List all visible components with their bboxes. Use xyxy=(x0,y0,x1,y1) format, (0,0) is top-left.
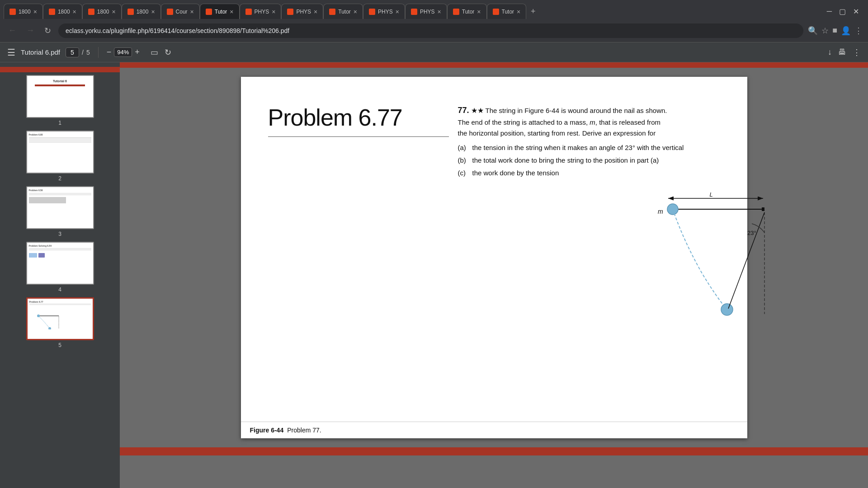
part-c-label: (c) xyxy=(458,168,469,178)
thumbnail-3[interactable]: Problem 6.56 3 xyxy=(0,183,120,239)
nail xyxy=(762,207,764,211)
part-a-label: (a) xyxy=(458,142,469,153)
pdf-content-wrapper: Problem 6.77 77. ★★ The string in Figure… xyxy=(120,62,868,488)
fit-page-button[interactable]: ▭ xyxy=(151,47,158,57)
tab-11[interactable]: PHYS × xyxy=(405,4,447,19)
tab-favicon-1 xyxy=(9,9,16,15)
tab-close-3[interactable]: × xyxy=(112,8,115,15)
tab-label-6: Tutor xyxy=(215,9,227,15)
tab-label-11: PHYS xyxy=(420,9,435,15)
tab-label-4: 1800 xyxy=(137,9,149,15)
tab-close-12[interactable]: × xyxy=(477,8,481,15)
tab-12[interactable]: Tutor × xyxy=(447,4,487,19)
thumb-label-3: 3 xyxy=(58,231,61,237)
back-button[interactable]: ← xyxy=(5,24,19,37)
angle-label: 23° xyxy=(747,230,756,236)
close-button[interactable]: ✕ xyxy=(853,7,859,16)
problem-part-c: (c) the work done by the tension xyxy=(458,168,720,178)
tab-label-7: PHYS xyxy=(255,9,269,15)
part-a-text: the tension in the string when it makes … xyxy=(472,142,720,153)
tab-close-1[interactable]: × xyxy=(33,8,37,15)
toolbar-right-icons: ▭ ↻ xyxy=(151,47,171,57)
bottom-red-bar xyxy=(120,447,868,455)
tab-2[interactable]: 1800 × xyxy=(43,4,82,19)
thumb-label-4: 4 xyxy=(58,286,61,293)
menu-icon[interactable]: ⋮ xyxy=(854,26,863,36)
page-separator: / xyxy=(82,49,84,56)
main-area: Tutorial 6 1 Problem 6.80 xyxy=(0,62,868,488)
forward-button[interactable]: → xyxy=(24,24,37,37)
hamburger-menu[interactable]: ☰ xyxy=(7,47,15,58)
problem-left-section: Problem 6.77 xyxy=(268,104,426,137)
tab-3[interactable]: 1800 × xyxy=(82,4,122,19)
tab-favicon-2 xyxy=(49,9,55,15)
tab-label-10: PHYS xyxy=(378,9,393,15)
figure-caption-text: Problem 77. xyxy=(287,427,321,434)
figure-label: Figure 6-44 xyxy=(250,427,284,434)
current-page-input[interactable] xyxy=(66,47,79,57)
thumbnail-1[interactable]: Tutorial 6 1 xyxy=(0,72,120,128)
tab-4[interactable]: 1800 × xyxy=(122,4,161,19)
tab-favicon-13 xyxy=(493,9,499,15)
tab-favicon-11 xyxy=(411,9,417,15)
more-options-button[interactable]: ⋮ xyxy=(853,47,861,57)
tab-close-10[interactable]: × xyxy=(396,8,399,15)
reload-button[interactable]: ↻ xyxy=(42,24,54,38)
tab-label-3: 1800 xyxy=(97,9,109,15)
zoom-out-button[interactable]: − xyxy=(107,47,112,57)
address-bar: ← → ↻ 🔍 ☆ ■ 👤 ⋮ xyxy=(0,19,868,42)
tab-close-2[interactable]: × xyxy=(73,8,76,15)
thumbnail-2[interactable]: Problem 6.80 2 xyxy=(0,128,120,183)
download-button[interactable]: ↓ xyxy=(828,47,832,57)
new-tab-button[interactable]: + xyxy=(526,4,540,19)
rotate-button[interactable]: ↻ xyxy=(165,47,171,57)
problem-parts: (a) the tension in the string when it ma… xyxy=(458,142,720,178)
tab-bar: 1800 × 1800 × 1800 × 1800 × Cour × Tutor… xyxy=(0,0,868,19)
tab-label-12: Tutor xyxy=(462,9,475,15)
problem-divider xyxy=(268,136,449,137)
maximize-button[interactable]: ▢ xyxy=(839,7,846,16)
profile-icon[interactable]: 👤 xyxy=(841,26,851,36)
tab-close-8[interactable]: × xyxy=(314,8,317,15)
tab-10[interactable]: PHYS × xyxy=(363,4,405,19)
tab-5[interactable]: Cour × xyxy=(161,4,200,19)
extensions-icon[interactable]: ■ xyxy=(832,26,837,35)
tab-1[interactable]: 1800 × xyxy=(4,4,43,19)
bookmark-icon[interactable]: ☆ xyxy=(821,26,829,36)
thumb-box-1: Tutorial 6 xyxy=(26,75,94,118)
figure-caption-bar: Figure 6-44 Problem 77. xyxy=(241,422,747,438)
pdf-page: Problem 6.77 77. ★★ The string in Figure… xyxy=(241,77,747,438)
tab-close-9[interactable]: × xyxy=(354,8,357,15)
tab-close-4[interactable]: × xyxy=(151,8,155,15)
thumb-label-1: 1 xyxy=(58,120,61,126)
tab-close-6[interactable]: × xyxy=(230,8,233,15)
part-c-text: the work done by the tension xyxy=(472,168,720,178)
zoom-page-icon[interactable]: 🔍 xyxy=(808,26,818,36)
tab-6[interactable]: Tutor × xyxy=(200,4,240,19)
thumb-box-2: Problem 6.80 xyxy=(26,131,94,174)
print-button[interactable]: 🖶 xyxy=(838,47,846,57)
problem-text-block: 77. ★★ The string in Figure 6-44 is woun… xyxy=(458,104,670,139)
thumb-label-2: 2 xyxy=(58,175,61,182)
minimize-button[interactable]: ─ xyxy=(827,7,832,15)
zoom-in-button[interactable]: + xyxy=(135,47,140,57)
tab-favicon-12 xyxy=(453,9,459,15)
problem-stars: ★★ xyxy=(471,107,484,114)
thumbnail-5[interactable]: Problem 6.77 xyxy=(0,295,120,350)
thumbnail-4[interactable]: Problem Solving 6.54 4 xyxy=(0,239,120,295)
tab-favicon-4 xyxy=(127,9,134,15)
tab-close-5[interactable]: × xyxy=(190,8,194,15)
total-pages: 5 xyxy=(86,49,90,56)
tab-9[interactable]: Tutor × xyxy=(323,4,363,19)
problem-title: Problem 6.77 xyxy=(268,104,426,131)
pdf-title: Tutorial 6.pdf xyxy=(21,48,60,56)
problem-number: 77. xyxy=(458,106,469,115)
tab-8[interactable]: PHYS × xyxy=(281,4,323,19)
address-input[interactable] xyxy=(58,23,803,38)
tab-7[interactable]: PHYS × xyxy=(240,4,282,19)
tab-close-13[interactable]: × xyxy=(517,8,520,15)
tab-close-11[interactable]: × xyxy=(438,8,441,15)
thumb-box-3: Problem 6.56 xyxy=(26,186,94,229)
tab-close-7[interactable]: × xyxy=(272,8,275,15)
tab-13[interactable]: Tutor × xyxy=(487,4,527,19)
